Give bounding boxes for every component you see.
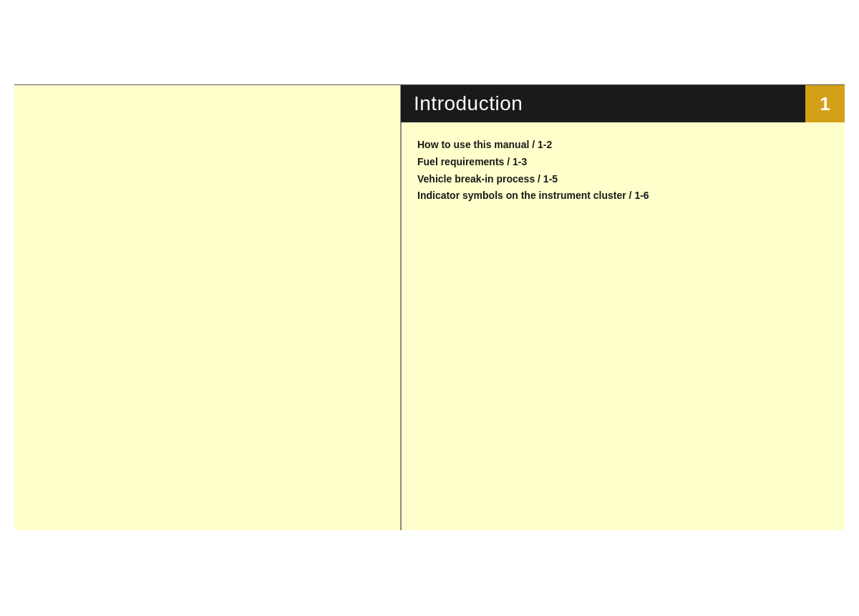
toc-item: Fuel requirements / 1-3 (417, 154, 829, 171)
chapter-title: Introduction (401, 92, 523, 115)
chapter-number: 1 (820, 93, 830, 115)
toc-item: Vehicle break-in process / 1-5 (417, 171, 829, 188)
content-area: Introduction 1 How to use this manual / … (14, 85, 845, 530)
toc-item: How to use this manual / 1-2 (417, 137, 829, 154)
chapter-number-box: 1 (805, 85, 845, 122)
toc-item: Indicator symbols on the instrument clus… (417, 187, 829, 205)
right-panel: Introduction 1 How to use this manual / … (401, 85, 845, 530)
chapter-header: Introduction 1 (401, 85, 845, 122)
toc-area: How to use this manual / 1-2Fuel require… (402, 122, 845, 530)
left-panel (14, 85, 401, 530)
page-wrapper: Introduction 1 How to use this manual / … (0, 0, 859, 616)
right-content: How to use this manual / 1-2Fuel require… (401, 122, 845, 530)
